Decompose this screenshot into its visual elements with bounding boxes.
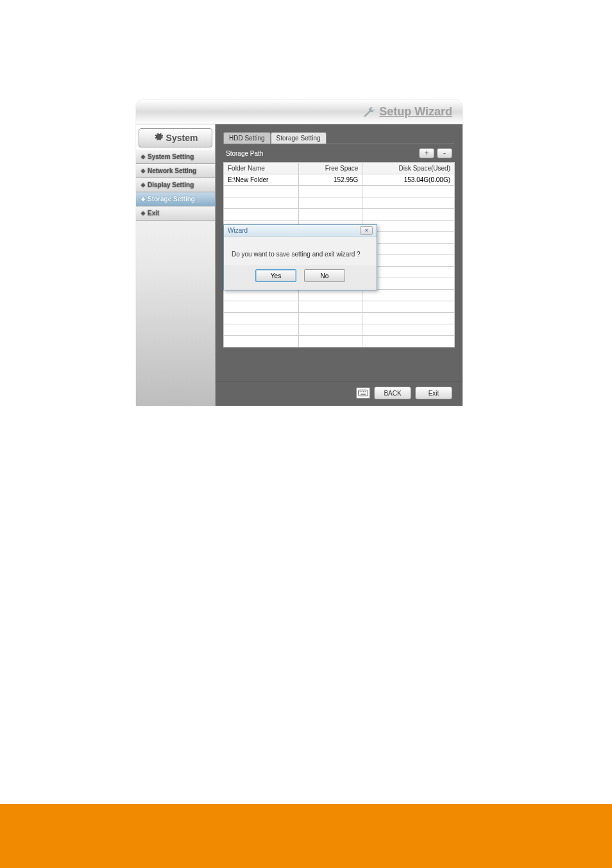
sidebar-item-label: System Setting bbox=[148, 153, 194, 160]
close-icon: ✕ bbox=[364, 228, 369, 233]
sidebar-item-display-setting[interactable]: ◆Display Setting bbox=[136, 178, 215, 192]
wrench-icon bbox=[362, 106, 375, 119]
confirm-dialog: Wizard ✕ Do you want to save setting and… bbox=[223, 224, 377, 290]
back-button[interactable]: BACK bbox=[374, 387, 411, 399]
svg-rect-3 bbox=[363, 391, 364, 392]
sidebar-header-label: System bbox=[166, 133, 198, 143]
dialog-titlebar: Wizard ✕ bbox=[224, 225, 377, 237]
app-title: Setup Wizard bbox=[379, 105, 452, 119]
sidebar-item-system-setting[interactable]: ◆System Setting bbox=[136, 150, 215, 164]
dialog-title: Wizard bbox=[228, 227, 248, 234]
dialog-close-button[interactable]: ✕ bbox=[360, 226, 373, 235]
sidebar-item-storage-setting[interactable]: ◆Storage Setting bbox=[136, 192, 215, 206]
sidebar: System ◆System Setting ◆Network Setting … bbox=[136, 124, 216, 406]
svg-rect-0 bbox=[359, 390, 368, 396]
svg-rect-5 bbox=[361, 394, 366, 394]
svg-rect-2 bbox=[361, 391, 362, 392]
keyboard-icon[interactable] bbox=[356, 387, 370, 399]
sidebar-item-label: Exit bbox=[148, 210, 159, 217]
sidebar-item-label: Storage Setting bbox=[148, 196, 195, 203]
no-button[interactable]: No bbox=[304, 269, 345, 282]
sidebar-item-label: Display Setting bbox=[148, 181, 194, 188]
content-area: HDD Setting Storage Setting Storage Path… bbox=[216, 124, 463, 406]
page-footer-band bbox=[0, 804, 612, 868]
footer-buttons: BACK Exit bbox=[216, 381, 463, 406]
sidebar-header: System bbox=[139, 128, 212, 147]
sidebar-item-network-setting[interactable]: ◆Network Setting bbox=[136, 164, 215, 178]
exit-button[interactable]: Exit bbox=[415, 387, 452, 399]
setup-wizard-window: Setup Wizard System ◆System Setting ◆Net… bbox=[136, 100, 463, 406]
svg-rect-1 bbox=[360, 391, 361, 392]
dialog-message: Do you want to save setting and exit wiz… bbox=[224, 237, 377, 265]
sidebar-item-exit[interactable]: ◆Exit bbox=[136, 206, 215, 221]
sidebar-item-label: Network Setting bbox=[148, 167, 196, 174]
svg-rect-4 bbox=[365, 391, 366, 392]
titlebar: Setup Wizard bbox=[136, 100, 463, 124]
yes-button[interactable]: Yes bbox=[255, 269, 296, 282]
gear-icon bbox=[153, 131, 164, 144]
modal-overlay: Wizard ✕ Do you want to save setting and… bbox=[223, 132, 455, 376]
